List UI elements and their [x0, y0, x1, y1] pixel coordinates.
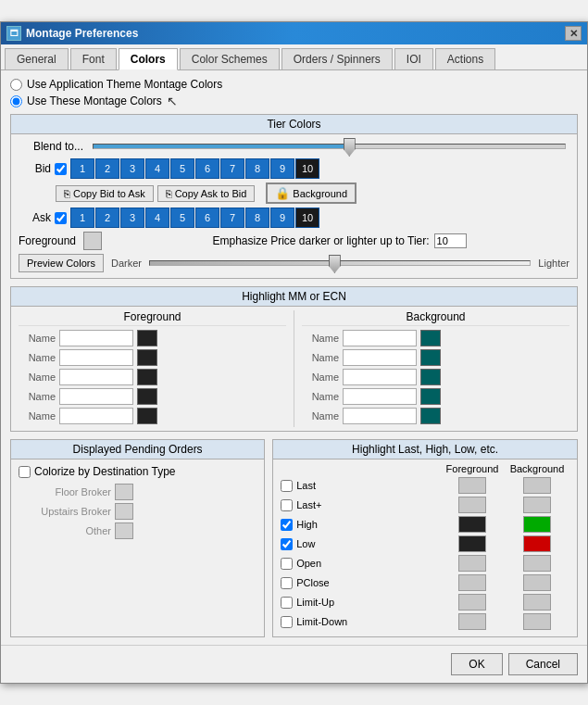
copy-ask-to-bid-button[interactable]: ⎘ Copy Ask to Bid — [157, 185, 256, 202]
hl-pclose-row: PClose — [281, 574, 569, 591]
other-swatch[interactable] — [115, 522, 133, 539]
hl-fg-color-3[interactable] — [137, 369, 157, 385]
tab-orders-spinners[interactable]: Orders / Spinners — [281, 48, 393, 69]
ask-tier-9[interactable]: 9 — [270, 208, 294, 228]
lighter-label: Lighter — [538, 258, 569, 269]
ask-tier-7[interactable]: 7 — [220, 208, 244, 228]
pclose-checkbox[interactable] — [281, 577, 293, 589]
tier-colors-inner: Blend to... Bid 1 2 3 4 5 — [11, 134, 577, 278]
hl-fg-color-4[interactable] — [137, 388, 157, 405]
ask-tier-10[interactable]: 10 — [295, 208, 319, 228]
open-label: Open — [296, 558, 440, 569]
hl-fg-row-1: Name — [19, 330, 286, 346]
bid-tier-4[interactable]: 4 — [145, 158, 169, 179]
hl-fg-field-5[interactable] — [59, 408, 133, 424]
last-bg-swatch[interactable] — [523, 477, 551, 494]
low-checkbox[interactable] — [281, 538, 293, 550]
low-bg-swatch[interactable] — [523, 535, 551, 552]
tab-actions[interactable]: Actions — [435, 48, 495, 69]
tab-colors[interactable]: Colors — [119, 48, 178, 70]
pclose-bg-swatch[interactable] — [523, 574, 551, 591]
hl-fg-color-1[interactable] — [137, 330, 157, 346]
tab-general[interactable]: General — [5, 48, 69, 69]
background-button[interactable]: 🔒 Background — [266, 183, 357, 204]
floor-broker-swatch[interactable] — [115, 484, 133, 500]
radio-use-these[interactable] — [10, 95, 22, 107]
bid-tier-6[interactable]: 6 — [195, 158, 219, 179]
radio-app-theme[interactable] — [10, 79, 22, 91]
ok-button[interactable]: OK — [451, 653, 502, 675]
hl-bg-color-3[interactable] — [420, 369, 441, 385]
blend-slider[interactable] — [93, 144, 566, 149]
low-fg-swatch[interactable] — [458, 535, 486, 552]
hl-bg-color-5[interactable] — [420, 408, 441, 424]
ask-tier-2[interactable]: 2 — [95, 208, 119, 228]
bid-tier-3[interactable]: 3 — [120, 158, 144, 179]
last-plus-fg-swatch[interactable] — [458, 497, 486, 513]
last-plus-label: Last+ — [296, 499, 440, 510]
hl-bg-field-4[interactable] — [343, 388, 417, 405]
hl-fg-field-1[interactable] — [59, 330, 133, 346]
cancel-button[interactable]: Cancel — [508, 653, 578, 675]
colorize-checkbox[interactable] — [19, 466, 31, 478]
upstairs-broker-swatch[interactable] — [115, 503, 133, 520]
limitup-checkbox[interactable] — [281, 597, 293, 609]
hl-bg-color-1[interactable] — [420, 330, 441, 346]
open-checkbox[interactable] — [281, 558, 293, 570]
last-plus-checkbox[interactable] — [281, 499, 293, 511]
bid-tier-7[interactable]: 7 — [220, 158, 244, 179]
tab-ioi[interactable]: IOI — [394, 48, 433, 69]
hl-bg-field-5[interactable] — [343, 408, 417, 424]
tab-color-schemes[interactable]: Color Schemes — [180, 48, 280, 69]
open-bg-swatch[interactable] — [523, 555, 551, 572]
emphasize-input[interactable] — [434, 233, 467, 248]
tier-colors-section: Tier Colors Blend to... Bid 1 2 — [10, 114, 578, 279]
bid-checkbox[interactable] — [55, 163, 67, 175]
bid-tier-8[interactable]: 8 — [245, 158, 269, 179]
bid-tier-1[interactable]: 1 — [70, 158, 94, 179]
preview-colors-button[interactable]: Preview Colors — [19, 254, 104, 272]
hl-bg-field-2[interactable] — [343, 349, 417, 366]
ask-tier-8[interactable]: 8 — [245, 208, 269, 228]
bid-tier-5[interactable]: 5 — [170, 158, 194, 179]
bid-tier-9[interactable]: 9 — [270, 158, 294, 179]
hl-fg-color-5[interactable] — [137, 408, 157, 424]
ask-tier-5[interactable]: 5 — [170, 208, 194, 228]
limitdown-bg-swatch[interactable] — [523, 613, 551, 630]
tab-font[interactable]: Font — [70, 48, 117, 69]
ask-tier-4[interactable]: 4 — [145, 208, 169, 228]
last-checkbox[interactable] — [281, 480, 293, 492]
high-fg-swatch[interactable] — [458, 516, 486, 533]
limitup-bg-swatch[interactable] — [523, 594, 551, 611]
pclose-fg-swatch[interactable] — [458, 574, 486, 591]
hl-fg-field-3[interactable] — [59, 369, 133, 385]
open-fg-swatch[interactable] — [458, 555, 486, 572]
hl-fg-color-2[interactable] — [137, 349, 157, 366]
ask-tier-1[interactable]: 1 — [70, 208, 94, 228]
limitdown-checkbox[interactable] — [281, 616, 293, 628]
ask-checkbox[interactable] — [55, 212, 67, 224]
copy-bid-to-ask-button[interactable]: ⎘ Copy Bid to Ask — [56, 185, 154, 202]
ask-tier-3[interactable]: 3 — [120, 208, 144, 228]
radio-app-theme-label[interactable]: Use Application Theme Montage Colors — [27, 78, 222, 91]
radio-use-these-label[interactable]: Use These Montage Colors — [27, 94, 162, 107]
bid-tier-10[interactable]: 10 — [295, 158, 319, 179]
darker-lighter-slider[interactable] — [149, 260, 531, 266]
foreground-swatch[interactable] — [83, 232, 102, 250]
limitup-fg-swatch[interactable] — [458, 594, 486, 611]
bid-tier-2[interactable]: 2 — [95, 158, 119, 179]
high-bg-swatch[interactable] — [523, 516, 551, 533]
last-plus-bg-swatch[interactable] — [523, 497, 551, 513]
limitdown-fg-swatch[interactable] — [458, 613, 486, 630]
colorize-row: Colorize by Destination Type — [19, 465, 256, 478]
ask-tier-6[interactable]: 6 — [195, 208, 219, 228]
last-fg-swatch[interactable] — [458, 477, 486, 494]
hl-bg-color-2[interactable] — [420, 349, 441, 366]
hl-fg-field-4[interactable] — [59, 388, 133, 405]
hl-bg-color-4[interactable] — [420, 388, 441, 405]
high-checkbox[interactable] — [281, 519, 293, 531]
hl-fg-field-2[interactable] — [59, 349, 133, 366]
hl-bg-field-3[interactable] — [343, 369, 417, 385]
close-button[interactable]: ✕ — [565, 26, 582, 41]
hl-bg-field-1[interactable] — [343, 330, 417, 346]
